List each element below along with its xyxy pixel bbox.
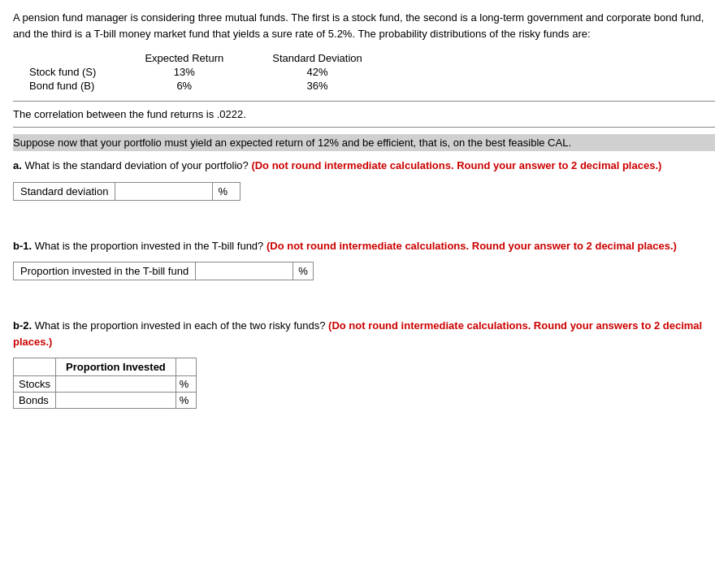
stocks-label: Stocks — [14, 376, 56, 393]
tbill-label: Proportion invested in the T-bill fund — [14, 262, 196, 280]
bonds-field[interactable] — [56, 393, 162, 408]
table-divider — [13, 101, 715, 102]
question-a-instruction: (Do not round intermediate calculations.… — [251, 159, 661, 171]
correlation-text: The correlation between the fund returns… — [13, 108, 715, 120]
intro-text: A pension fund manager is considering th… — [13, 10, 715, 41]
question-b1-instruction: (Do not round intermediate calculations.… — [266, 240, 677, 252]
fund-table: Expected Return Standard Deviation Stock… — [29, 51, 387, 93]
question-b2-text: b-2. What is the proportion invested in … — [13, 318, 715, 349]
stocks-input-cell — [56, 376, 176, 393]
stocks-field[interactable] — [56, 376, 162, 392]
bonds-unit: % — [176, 393, 196, 409]
std-deviation-label: Standard deviation — [14, 183, 115, 200]
question-b2-prefix: b-2. What is the proportion invested in … — [13, 319, 325, 332]
std-deviation-unit: % — [213, 183, 232, 200]
question-b1-text: b-1. What is the proportion invested in … — [13, 238, 715, 254]
col-expected-return: Expected Return — [120, 51, 248, 65]
question-b1-prefix: b-1. What is the proportion invested in … — [13, 240, 263, 252]
bonds-label: Bonds — [14, 393, 56, 409]
tbill-unit: % — [293, 262, 313, 280]
col-name — [29, 51, 120, 65]
proportion-col-label — [14, 358, 56, 376]
std-deviation-input-row: Standard deviation % — [13, 182, 240, 201]
stocks-unit: % — [176, 376, 196, 393]
bonds-input-cell — [56, 393, 176, 409]
stock-expected-return: 13% — [120, 65, 248, 79]
question-a-text: a. What is the standard deviation of you… — [13, 158, 715, 174]
stock-fund-row: Stock fund (S) 13% 42% — [29, 65, 387, 79]
bond-fund-label: Bond fund (B) — [29, 79, 120, 93]
bond-std-deviation: 36% — [248, 79, 387, 93]
suppose-text: Suppose now that your portfolio must yie… — [13, 137, 571, 149]
col-std-deviation: Standard Deviation — [248, 51, 387, 65]
stocks-row: Stocks % — [14, 376, 197, 393]
suppose-divider — [13, 127, 715, 128]
stock-std-deviation: 42% — [248, 65, 387, 79]
bonds-row: Bonds % — [14, 393, 197, 409]
tbill-field[interactable] — [196, 262, 293, 280]
proportion-col-header: Proportion Invested — [56, 358, 176, 376]
bond-expected-return: 6% — [120, 79, 248, 93]
tbill-input-row: Proportion invested in the T-bill fund % — [13, 262, 314, 280]
proportion-table: Proportion Invested Stocks % Bonds % — [13, 358, 197, 409]
proportion-col-unit-header — [176, 358, 196, 376]
stock-fund-label: Stock fund (S) — [29, 65, 120, 79]
suppose-box: Suppose now that your portfolio must yie… — [13, 134, 715, 151]
bond-fund-row: Bond fund (B) 6% 36% — [29, 79, 387, 93]
question-a-prefix: a. What is the standard deviation of you… — [13, 159, 249, 171]
std-deviation-field[interactable] — [115, 183, 213, 200]
